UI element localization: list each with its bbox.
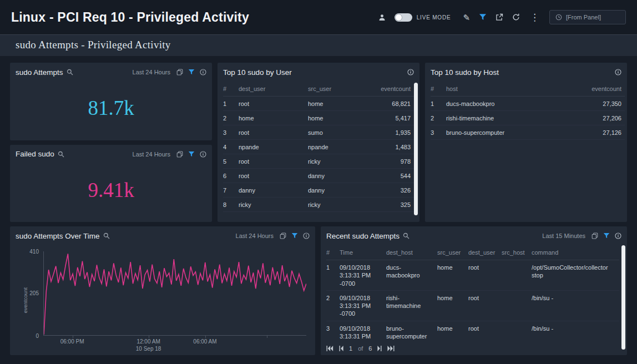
table-row[interactable]: 3rootsumo1,935 [223, 125, 417, 140]
table-row[interactable]: 2rishi-timemachine27,206 [431, 111, 625, 125]
table-cell: 8 [223, 201, 239, 208]
previous-page-icon[interactable] [339, 345, 343, 352]
magnifier-icon[interactable] [67, 69, 73, 75]
table-cell: danny [239, 187, 308, 194]
next-page-icon[interactable] [377, 345, 382, 352]
table-cell: 7 [223, 187, 239, 194]
top-sudo-by-user-table: #dest_usersrc_usereventcount 1roothome68… [218, 82, 419, 222]
recent-sudo-table: #Timedest_hostsrc_userdest_usersrc_hostc… [321, 245, 627, 355]
panel-recent-sudo: Recent sudo Attempts Last 15 Minutes [321, 226, 627, 355]
table-cell: 2 [431, 115, 446, 122]
table-row[interactable]: 7dannydanny326 [223, 183, 417, 198]
copy-icon[interactable] [280, 232, 286, 239]
table-cell: ricky [308, 201, 374, 208]
panel-sudo-attempts: sudo Attempts Last 24 Hours [10, 63, 212, 140]
from-panel-button[interactable]: [From Panel] [549, 10, 626, 24]
user-icon[interactable] [378, 14, 386, 21]
x-tick-label: 12:00 AM 10 Sep 18 [136, 338, 161, 352]
single-value: 9.41k [10, 164, 212, 223]
table-row[interactable]: 1ducs-macbookpro27,350 [431, 97, 625, 111]
y-tick-label: 410 [20, 249, 39, 255]
table-cell: 5,417 [374, 115, 417, 122]
panel-top-sudo-by-user: Top 10 sudo by User #dest_usersrc_userev… [218, 63, 419, 222]
line-chart-svg [44, 251, 306, 335]
time-series-chart[interactable]: eventcount 410 205 0 [10, 245, 315, 355]
info-icon[interactable] [200, 151, 206, 158]
table-cell: 978 [374, 158, 417, 165]
table-header-row: #hosteventcount [431, 82, 625, 97]
table-cell: ricky [308, 158, 374, 165]
live-mode-toggle[interactable] [395, 13, 412, 22]
panel-top-sudo-by-host: Top 10 sudo by Host #hosteventcount 1duc… [425, 63, 627, 222]
copy-icon[interactable] [176, 151, 183, 158]
magnifier-icon[interactable] [58, 151, 64, 158]
x-tick-label: 06:00 PM [60, 338, 84, 346]
table-cell: 325 [374, 201, 417, 208]
table-cell: danny [308, 187, 374, 194]
table-cell: 3 [326, 325, 340, 332]
edit-pencil-icon[interactable]: ✎ [463, 13, 470, 22]
share-icon[interactable] [496, 13, 503, 21]
vertical-scrollbar[interactable] [414, 83, 418, 215]
time-range-label[interactable]: Last 24 Hours [133, 69, 170, 75]
table-cell: rishi-timemachine [446, 115, 578, 122]
column-header: dest_host [386, 249, 437, 256]
filter-icon[interactable] [479, 13, 487, 21]
copy-icon[interactable] [176, 69, 183, 75]
table-cell: danny [308, 173, 374, 179]
panel-title: Failed sudo [16, 150, 54, 158]
table-row[interactable]: 1roothome68,821 [223, 97, 417, 111]
panel-failed-sudo: Failed sudo Last 24 Hours [10, 145, 212, 223]
info-icon[interactable] [407, 69, 414, 75]
table-cell: root [239, 100, 308, 107]
time-range-label[interactable]: Last 24 Hours [236, 232, 274, 239]
filter-icon[interactable] [291, 232, 298, 239]
table-cell: 5 [223, 158, 239, 165]
last-page-icon[interactable] [387, 345, 395, 352]
table-cell: root [468, 325, 502, 332]
vertical-scrollbar[interactable] [621, 245, 625, 350]
table-body: 1ducs-macbookpro27,3502rishi-timemachine… [431, 97, 625, 140]
table-cell: root [468, 264, 502, 271]
panel-title: Top 10 sudo by Host [431, 68, 499, 77]
table-cell: 68,821 [374, 100, 417, 107]
x-tick-mark [267, 336, 267, 338]
table-row[interactable]: 109/10/2018 3:13:31 PM -0700ducs-macbook… [326, 260, 619, 291]
filter-icon[interactable] [188, 151, 195, 158]
magnifier-icon[interactable] [403, 232, 410, 239]
column-header: src_user [437, 249, 468, 256]
total-pages: 6 [368, 345, 372, 352]
table-cell: rishi-timemachine [386, 294, 437, 310]
table-row[interactable]: 5rootricky978 [223, 154, 417, 169]
time-range-label[interactable]: Last 15 Minutes [542, 232, 585, 239]
column-header: dest_user [468, 249, 502, 256]
column-header: # [431, 85, 446, 92]
magnifier-icon[interactable] [103, 232, 110, 239]
info-icon[interactable] [200, 69, 206, 75]
time-range-label[interactable]: Last 24 Hours [133, 151, 170, 158]
filter-icon[interactable] [603, 232, 610, 239]
table-cell: home [308, 115, 374, 122]
copy-icon[interactable] [592, 232, 598, 239]
section-title: sudo Attempts - Privileged Activity [16, 39, 171, 50]
table-cell: 4 [223, 144, 239, 150]
first-page-icon[interactable] [326, 345, 333, 352]
info-icon[interactable] [615, 69, 621, 75]
refresh-icon[interactable] [512, 13, 520, 21]
table-cell: home [437, 294, 468, 302]
y-tick-label: 205 [20, 290, 39, 296]
table-cell: ducs-macbookpro [446, 100, 578, 107]
table-row[interactable]: 8rickyricky325 [223, 198, 417, 212]
table-row[interactable]: 3bruno-supercomputer27,126 [431, 125, 625, 140]
table-row[interactable]: 2homehome5,417 [223, 111, 417, 125]
current-page[interactable]: 1 [349, 345, 352, 352]
info-icon[interactable] [615, 232, 621, 239]
table-row[interactable]: 6rootdanny544 [223, 169, 417, 183]
kebab-menu-icon[interactable]: ⋮ [529, 13, 540, 22]
table-row[interactable]: 209/10/2018 3:13:31 PM -0700rishi-timema… [326, 291, 619, 321]
info-icon[interactable] [303, 232, 310, 239]
series-line [44, 254, 306, 334]
filter-icon[interactable] [188, 69, 195, 75]
x-tick-label: 06:00 AM [193, 338, 216, 346]
table-row[interactable]: 4npandenpande1,483 [223, 140, 417, 154]
